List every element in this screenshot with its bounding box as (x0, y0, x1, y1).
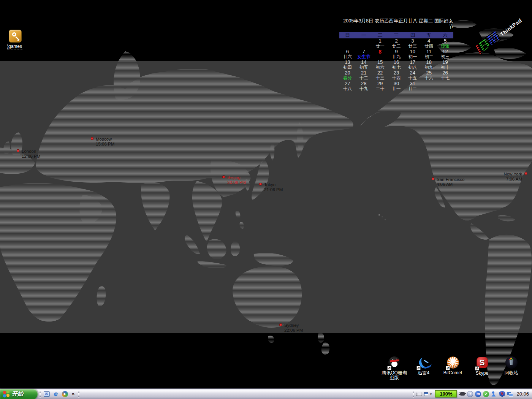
city-label-moscow: Moscow 15:06 PM (91, 137, 114, 147)
quick-launch-overflow-chevron[interactable]: » (71, 391, 76, 397)
calendar-weekday: 三 (388, 32, 405, 38)
city-marker-icon (432, 177, 434, 180)
antivirus-check-icon[interactable]: ✓ (483, 391, 489, 397)
outlook-express-icon[interactable]: ✉ (43, 391, 50, 397)
city-label-london: London 12:06 PM (17, 149, 40, 159)
calendar-day-29: 29二十 (372, 81, 388, 92)
shortcut-arrow-icon: ↗ (446, 366, 450, 370)
taskbar-handle[interactable] (78, 391, 79, 397)
shortcut-arrow-icon: ↗ (387, 366, 391, 370)
ibm-wordmark: IBM (473, 30, 502, 55)
power-plug-icon[interactable] (460, 392, 465, 396)
calendar-day-8: 8 (372, 49, 388, 60)
recycle-bin-icon (505, 356, 518, 369)
ibm-thinkpad-logo: IBM ThinkPad (468, 14, 532, 54)
calendar-day-19: 19初十 (437, 60, 453, 70)
desktop-icon-label: games (7, 44, 23, 49)
city-marker-icon (91, 137, 93, 140)
desktop: London 12:06 PM Moscow 15:06 PM Beijing … (0, 0, 532, 399)
city-label-new-york: New York 7:06 AM (504, 172, 527, 182)
desktop-shortcut-recycle-bin[interactable]: 回收站 (497, 356, 526, 380)
shortcut-arrow-icon: ↗ (416, 366, 421, 370)
tray-handle[interactable] (413, 391, 414, 397)
calendar-day-28: 28十九 (356, 81, 372, 92)
calendar-day-3: 3廿三 (404, 38, 421, 49)
calendar-grid: 1廿一2廿二3廿三4廿四5惊蛰6廿六7女生节89廿九10初一11初二12初三13… (339, 38, 453, 92)
calendar-day-25: 25十六 (421, 70, 437, 81)
calendar-empty-cell (421, 81, 437, 92)
calendar-day-23: 23十四 (388, 70, 405, 81)
messenger-icon[interactable] (491, 391, 497, 397)
calendar-day-2: 2廿二 (388, 38, 405, 49)
key-icon (9, 30, 22, 43)
city-label-san-francisco: San Francisco 4:06 AM (432, 177, 465, 187)
calendar-day-9: 9廿九 (388, 49, 405, 60)
taskbar: 开始 ✉ e ▶ » ▾ 100% ‹ m ✓ V 20:06 (0, 388, 532, 399)
city-time: 20:06 PM (227, 180, 246, 185)
calendar-day-7: 7女生节 (356, 49, 372, 60)
calendar-day-14: 14初五 (356, 60, 372, 70)
calendar-weekday: 五 (421, 32, 437, 38)
keyboard-icon[interactable] (416, 392, 422, 396)
city-time: 12:06 PM (22, 154, 40, 159)
calendar-weekday: 四 (404, 32, 421, 38)
network-connection-icon[interactable] (507, 391, 513, 397)
shield-v-icon[interactable]: V (499, 391, 505, 397)
calendar-day-30: 30廿一 (388, 81, 405, 92)
maxthon-icon[interactable]: m (475, 391, 481, 397)
city-name: Beijing (227, 175, 246, 180)
city-time: 22:06 PM (284, 328, 303, 333)
language-bar-icon[interactable] (424, 392, 428, 396)
calendar-day-18: 18初九 (421, 60, 437, 70)
calendar-weekday: 日 (339, 32, 356, 38)
desktop-icon-games[interactable]: games (4, 30, 27, 49)
desktop-shortcut-thunder[interactable]: ↗ 迅雷4 (409, 356, 438, 380)
battery-meter[interactable]: 100% (435, 390, 457, 397)
city-time: 15:06 PM (96, 142, 114, 147)
start-button-label: 开始 (12, 390, 23, 397)
calendar-day-10: 10初一 (404, 49, 421, 60)
media-player-icon[interactable]: ▶ (62, 391, 68, 397)
city-name: Tokyo (264, 182, 283, 187)
quick-launch-bar: ✉ e ▶ » (43, 391, 76, 397)
calendar-empty-cell (437, 81, 453, 92)
desktop-icon-label: 迅雷4 (417, 370, 430, 375)
calendar-weekday-row: 日一二三四五六 (339, 32, 453, 38)
desktop-shortcut-qq-penguin[interactable]: ↗ 腾讯QQ珊瑚虫版 (380, 356, 409, 380)
collapse-chevron-icon[interactable]: ‹ (467, 391, 473, 397)
city-label-sydney: Sydney 22:06 PM (279, 323, 303, 333)
calendar-weekday: 一 (356, 32, 372, 38)
city-name: London (22, 149, 40, 154)
calendar-day-11: 11初二 (421, 49, 437, 60)
city-marker-icon (222, 176, 225, 178)
calendar-day-21: 21十二 (356, 70, 372, 81)
calendar-title: 2005年3月8日 农历乙酉年正月廿八 星期二 国际妇女节 (339, 18, 453, 30)
system-tray: ▾ 100% ‹ m ✓ V 20:06 (416, 390, 532, 397)
calendar-day-13: 13初四 (339, 60, 356, 70)
desktop-shortcut-skype[interactable]: S ↗ Skype (467, 356, 497, 380)
calendar-day-12: 12初三 (437, 49, 453, 60)
calendar-day-1: 1廿一 (372, 38, 388, 49)
calendar-day-5: 5惊蛰 (437, 38, 453, 49)
internet-explorer-icon[interactable]: e (52, 391, 59, 397)
calendar-day-15: 15初六 (372, 60, 388, 70)
desktop-icon-label: Skype (475, 371, 489, 376)
city-marker-icon (279, 323, 282, 326)
tray-clock: 20:06 (516, 391, 529, 397)
language-options-caret-icon[interactable]: ▾ (430, 392, 432, 396)
city-time: 21:06 PM (264, 187, 283, 192)
desktop-shortcut-bitcomet[interactable]: ↗ BitComet (438, 356, 467, 380)
quick-launch-handle[interactable] (40, 391, 41, 397)
city-label-tokyo: Tokyo 21:06 PM (259, 182, 283, 192)
shortcuts-row: ↗ 腾讯QQ珊瑚虫版 ↗ 迅雷4 ↗ BitComet S ↗ Skype 回收… (380, 356, 526, 380)
shortcut-arrow-icon: ↗ (475, 366, 479, 370)
desktop-icon-label: 回收站 (504, 370, 519, 375)
city-name: Sydney (284, 323, 303, 328)
city-marker-icon (524, 172, 527, 175)
start-button[interactable]: 开始 (0, 389, 38, 399)
thinkpad-wordmark: ThinkPad (499, 17, 523, 38)
city-time: 4:06 AM (437, 182, 465, 187)
calendar-day-27: 27十八 (339, 81, 356, 92)
calendar-day-22: 22十三 (372, 70, 388, 81)
calendar-day-16: 16初七 (388, 60, 405, 70)
